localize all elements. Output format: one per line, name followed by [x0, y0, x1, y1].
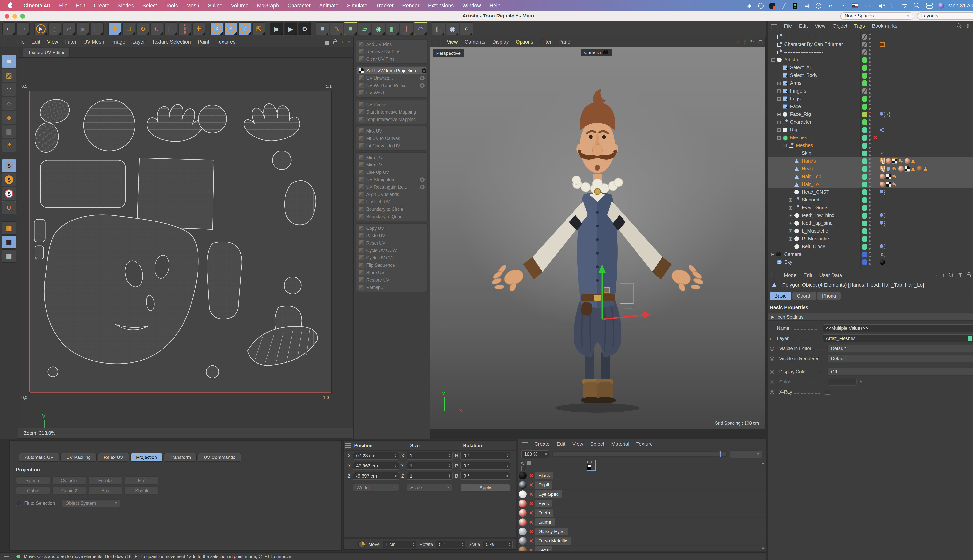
menubar-item-mograph[interactable]: MoGraph: [253, 3, 283, 8]
layer-toggle-chip[interactable]: [863, 65, 867, 71]
keyframe-dot[interactable]: [770, 390, 774, 394]
material-row-eye-spec[interactable]: ✕Eye Spec: [518, 490, 766, 499]
visibility-dots[interactable]: [869, 143, 871, 148]
object-row-skinned[interactable]: +Skinned: [767, 196, 973, 204]
filter-icon[interactable]: [958, 273, 963, 277]
uv-command-copy-uv[interactable]: Copy UV: [357, 224, 426, 232]
expand-toggle[interactable]: +: [777, 89, 781, 93]
siri-status-icon[interactable]: [939, 3, 945, 8]
settings-gear-icon[interactable]: [420, 177, 425, 182]
check-status-icon[interactable]: ✓: [816, 3, 821, 8]
menubar-item-cinema-4d[interactable]: Cinema 4D: [19, 3, 55, 8]
menu-user-data[interactable]: User Data: [816, 272, 846, 278]
tool-presets-button[interactable]: ▤: [90, 22, 104, 35]
menubar-item-modes[interactable]: Modes: [114, 3, 138, 8]
visibility-dots[interactable]: [869, 205, 871, 211]
layer-toggle-chip[interactable]: [863, 96, 867, 102]
menubar-item-tracker[interactable]: Tracker: [372, 3, 398, 8]
layer-toggle-chip[interactable]: [863, 189, 867, 195]
object-row-meshes[interactable]: -Meshes✕: [767, 134, 973, 142]
sphere-tag[interactable]: [917, 166, 923, 172]
render-to-picture-viewer-button[interactable]: ▶: [284, 22, 298, 35]
scale-tool-button[interactable]: □: [122, 22, 135, 35]
world-system-dropdown[interactable]: World˅: [353, 484, 399, 492]
keyframe-dot[interactable]: [770, 346, 774, 351]
material-column-cell[interactable]: C.✎: [587, 460, 596, 470]
layer-toggle-chip[interactable]: [863, 252, 867, 257]
object-row-meshes[interactable]: -Meshes: [767, 142, 973, 149]
lock-icon[interactable]: [333, 41, 337, 44]
display-color-dropdown[interactable]: Off˅: [828, 368, 973, 376]
object-row-legs[interactable]: +Legs: [767, 95, 973, 103]
rotation-p-field[interactable]: 0 °▲▼: [460, 462, 510, 470]
visibility-dots[interactable]: [869, 150, 871, 156]
expand-toggle[interactable]: +: [789, 198, 792, 202]
material-x-mark[interactable]: ✕: [529, 482, 533, 488]
material-row-gums[interactable]: ✕Gums: [518, 518, 766, 527]
paint-brush-icon[interactable]: ✎: [520, 461, 524, 466]
fit-to-selection-checkbox[interactable]: [16, 501, 21, 506]
keyboard-flag-status-icon[interactable]: [852, 3, 858, 8]
expand-toggle[interactable]: -: [771, 58, 775, 62]
object-row-belt-close[interactable]: Belt_Close: [767, 243, 973, 250]
uv-command-flip-sequence[interactable]: Flip Sequence: [357, 261, 426, 269]
expand-toggle[interactable]: +: [789, 237, 792, 240]
material-filter-checkbox[interactable]: [521, 466, 526, 471]
visibility-dots[interactable]: [869, 42, 871, 47]
layer-toggle-chip[interactable]: [863, 213, 867, 218]
lock-icon[interactable]: [966, 274, 970, 277]
add-generator-button[interactable]: ▱: [358, 22, 371, 35]
layer-toggle-chip[interactable]: [863, 49, 867, 55]
material-row-torso-metallic[interactable]: ✕Torso Metallic: [518, 536, 766, 546]
visibility-dots[interactable]: [869, 189, 871, 195]
uv-command-mirror-u[interactable]: Mirror U: [357, 153, 426, 161]
uv-command-boundary-to-circle[interactable]: Boundary to Circle: [357, 205, 426, 213]
layer-field[interactable]: Artist_Meshes ˅: [823, 335, 973, 342]
stepper-icon[interactable]: ▲▼: [448, 474, 451, 478]
phong-tag[interactable]: [898, 158, 904, 164]
mat-tag[interactable]: [898, 166, 904, 172]
camera-label[interactable]: Camera: [581, 48, 612, 57]
visibility-dots[interactable]: [869, 65, 871, 71]
uv-command-line-up-uv[interactable]: Line Up UV: [357, 168, 426, 176]
dropbox-status-icon[interactable]: ◈: [746, 2, 752, 9]
note-tag[interactable]: [879, 42, 885, 47]
material-row-glassy-eyes[interactable]: ✕Glassy Eyes: [518, 527, 766, 536]
visibility-dots[interactable]: [869, 127, 871, 133]
object-row-character-by-can-edurman[interactable]: Character By Can Edurman: [767, 40, 973, 48]
projection-flat-button[interactable]: Flat: [125, 477, 159, 485]
layer-toggle-chip[interactable]: [863, 135, 867, 141]
projection-cylinder-button[interactable]: Cylinder: [52, 477, 86, 485]
uv-command-fit-canvas-to-uv[interactable]: Fit Canvas to UV: [357, 142, 426, 149]
material-row-eyes[interactable]: ✕Eyes: [518, 499, 766, 508]
name-field[interactable]: <<Multiple Values>>: [823, 324, 973, 332]
material-x-mark[interactable]: ✕: [529, 538, 533, 544]
settings-gear-icon[interactable]: [420, 76, 425, 80]
morphblue-tag[interactable]: [886, 166, 891, 172]
uvw-tag[interactable]: [886, 182, 891, 187]
uv-command-fit-uv-to-canvas[interactable]: Fit UV to Canvas: [357, 135, 426, 142]
visibility-dots[interactable]: [869, 33, 871, 40]
uv-command-boundary-to-quad[interactable]: Boundary to Quad: [357, 213, 426, 220]
menubar-item-volume[interactable]: Volume: [227, 3, 253, 8]
timemachine-status-icon[interactable]: ◔: [840, 2, 846, 9]
layouts-dropdown[interactable]: Layouts˅: [917, 12, 973, 20]
expand-toggle[interactable]: +: [777, 113, 781, 116]
lock-x-axis-button[interactable]: X: [210, 22, 223, 35]
uv-command-unstitch-uv[interactable]: Unstitch UV: [357, 198, 426, 205]
object-row-rig[interactable]: +Rig: [767, 126, 973, 134]
uv-command-uv-weld[interactable]: UV Weld: [357, 89, 426, 97]
rotation-h-field[interactable]: 0 °▲▼: [460, 452, 510, 460]
expand-toggle[interactable]: +: [789, 222, 792, 225]
uv-command-restore-uv[interactable]: Restore UV: [357, 276, 426, 283]
layer-toggle-chip[interactable]: [863, 220, 867, 226]
keyframe-dot[interactable]: [770, 370, 774, 374]
mat-tag[interactable]: [879, 174, 885, 179]
visibility-dots[interactable]: [869, 119, 871, 125]
object-row-hair-top[interactable]: Hair_Top: [767, 173, 973, 180]
layer-toggle-chip[interactable]: [863, 197, 867, 203]
lock-workplane-button[interactable]: ▦: [2, 235, 16, 248]
uv-command-mirror-v[interactable]: Mirror V: [357, 161, 426, 168]
visibility-dots[interactable]: [869, 220, 871, 226]
menu-texture-selection[interactable]: Texture Selection: [149, 39, 194, 45]
